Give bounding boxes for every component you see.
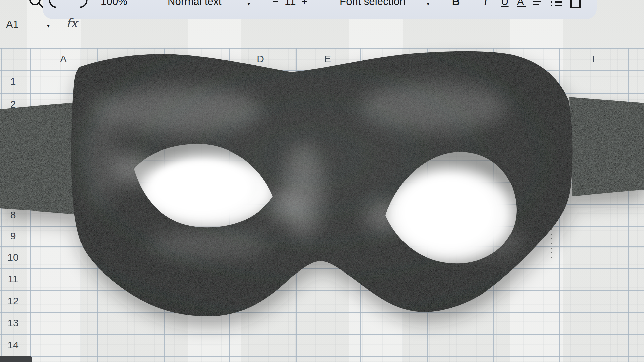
spreadsheet-app: 100% Normal text ▾ − 11 + Font selection…: [0, 0, 644, 362]
left-strap: [0, 103, 79, 215]
right-strap: [569, 97, 644, 196]
eye-mask: [0, 0, 644, 362]
